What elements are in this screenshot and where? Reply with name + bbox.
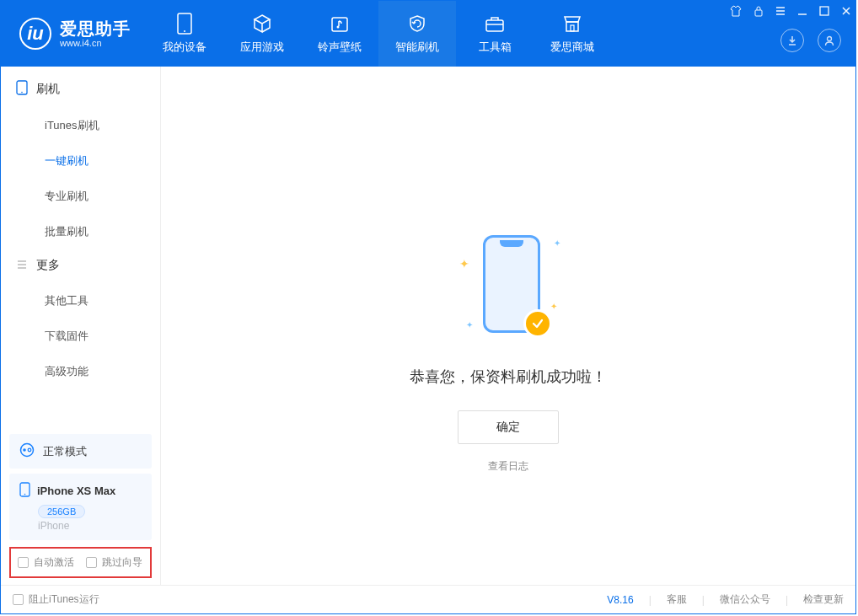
sidebar-item-other-tools[interactable]: 其他工具 xyxy=(45,283,160,319)
sidebar-section-flash: 刷机 xyxy=(1,67,160,108)
nav-label: 我的设备 xyxy=(163,40,206,55)
device-name: iPhone XS Max xyxy=(37,485,115,497)
ok-button[interactable]: 确定 xyxy=(458,410,559,444)
download-icon[interactable] xyxy=(780,29,804,52)
sidebar-item-oneclick-flash[interactable]: 一键刷机 xyxy=(45,143,160,179)
header: iu 爱思助手 www.i4.cn 我的设备 应用游戏 xyxy=(1,1,855,67)
checkbox-label: 跳过向导 xyxy=(102,555,142,570)
svg-rect-8 xyxy=(820,7,829,15)
svg-rect-2 xyxy=(332,18,347,31)
customer-service-link[interactable]: 客服 xyxy=(667,592,687,607)
sidebar-section-more: 更多 xyxy=(1,249,160,283)
svg-point-16 xyxy=(24,494,26,495)
sidebar-item-itunes-flash[interactable]: iTunes刷机 xyxy=(45,108,160,143)
main-content: ✦ ✦ ✦ ✦ 恭喜您，保资料刷机成功啦！ 确定 查看日志 xyxy=(161,67,855,585)
user-icon[interactable] xyxy=(818,29,841,52)
svg-rect-6 xyxy=(571,25,574,31)
svg-point-11 xyxy=(21,92,23,94)
sparkle-icon: ✦ xyxy=(550,302,557,311)
close-button[interactable] xyxy=(841,6,851,16)
brand: iu 爱思助手 www.i4.cn xyxy=(1,1,146,67)
mode-icon xyxy=(19,442,35,460)
device-card[interactable]: iPhone XS Max 256GB iPhone xyxy=(9,474,152,540)
check-badge-icon xyxy=(523,309,552,338)
block-itunes-checkbox[interactable]: 阻止iTunes运行 xyxy=(13,592,99,607)
shirt-icon[interactable] xyxy=(730,5,742,17)
sidebar-item-pro-flash[interactable]: 专业刷机 xyxy=(45,179,160,214)
mode-card[interactable]: 正常模式 xyxy=(9,434,152,469)
nav-my-device[interactable]: 我的设备 xyxy=(146,1,223,67)
cube-icon xyxy=(251,13,273,35)
device-type: iPhone xyxy=(38,520,142,532)
sidebar-item-batch-flash[interactable]: 批量刷机 xyxy=(45,214,160,249)
device-storage: 256GB xyxy=(38,505,85,518)
checkbox-label: 阻止iTunes运行 xyxy=(29,592,99,607)
toolbox-icon xyxy=(484,13,506,35)
svg-point-1 xyxy=(184,30,185,32)
svg-point-9 xyxy=(828,37,832,41)
nav-label: 工具箱 xyxy=(479,40,512,55)
lock-icon[interactable] xyxy=(753,5,764,17)
device-phone-icon xyxy=(19,482,30,500)
nav-label: 应用游戏 xyxy=(240,40,284,55)
svg-rect-4 xyxy=(486,20,503,31)
nav-toolbox[interactable]: 工具箱 xyxy=(456,1,534,67)
sparkle-icon: ✦ xyxy=(554,238,560,248)
wechat-link[interactable]: 微信公众号 xyxy=(720,592,770,607)
nav-smart-flash[interactable]: 智能刷机 xyxy=(378,1,456,67)
auto-activate-checkbox[interactable]: 自动激活 xyxy=(18,555,74,570)
refresh-shield-icon xyxy=(406,13,428,35)
version-label: V8.16 xyxy=(607,594,633,606)
nav-apps-games[interactable]: 应用游戏 xyxy=(223,1,301,67)
skip-guide-checkbox[interactable]: 跳过向导 xyxy=(86,555,142,570)
svg-point-14 xyxy=(28,448,31,452)
checkbox-icon xyxy=(18,557,29,568)
mode-label: 正常模式 xyxy=(43,444,87,459)
checkbox-icon xyxy=(13,594,24,605)
footer: 阻止iTunes运行 V8.16 | 客服 | 微信公众号 | 检查更新 xyxy=(1,585,855,613)
brand-logo-icon: iu xyxy=(19,18,51,50)
nav-ringtones-wallpapers[interactable]: 铃声壁纸 xyxy=(301,1,378,67)
sidebar-item-advanced[interactable]: 高级功能 xyxy=(45,354,160,389)
menu-icon[interactable] xyxy=(775,6,786,16)
header-right-icons xyxy=(780,29,841,52)
store-icon xyxy=(561,13,583,35)
maximize-button[interactable] xyxy=(819,6,829,16)
brand-name: 爱思助手 xyxy=(60,19,131,38)
svg-point-3 xyxy=(337,26,340,29)
nav-label: 铃声壁纸 xyxy=(318,40,362,55)
music-folder-icon xyxy=(329,13,351,35)
device-icon xyxy=(16,80,28,98)
phone-icon xyxy=(174,13,196,35)
sparkle-icon: ✦ xyxy=(459,257,469,271)
svg-rect-7 xyxy=(755,10,762,16)
minimize-button[interactable] xyxy=(797,6,807,16)
section-title: 刷机 xyxy=(36,82,60,97)
window-controls xyxy=(730,5,851,17)
nav-store[interactable]: 爱思商城 xyxy=(534,1,611,67)
view-log-link[interactable]: 查看日志 xyxy=(488,459,528,474)
check-update-link[interactable]: 检查更新 xyxy=(803,592,844,607)
sparkle-icon: ✦ xyxy=(466,320,473,329)
success-illustration: ✦ ✦ ✦ ✦ xyxy=(458,235,559,345)
section-title: 更多 xyxy=(36,258,60,273)
nav-label: 爱思商城 xyxy=(550,40,594,55)
svg-rect-5 xyxy=(566,22,578,31)
checkbox-icon xyxy=(86,557,97,568)
success-message: 恭喜您，保资料刷机成功啦！ xyxy=(410,367,607,387)
svg-point-13 xyxy=(23,448,26,452)
checkbox-label: 自动激活 xyxy=(34,555,74,570)
list-icon xyxy=(16,259,28,273)
sidebar: 刷机 iTunes刷机 一键刷机 专业刷机 批量刷机 更多 其他工具 下载固件 … xyxy=(1,67,161,585)
options-highlight-box: 自动激活 跳过向导 xyxy=(9,547,152,578)
nav-label: 智能刷机 xyxy=(395,40,439,55)
brand-url: www.i4.cn xyxy=(60,38,131,48)
sidebar-item-download-firmware[interactable]: 下载固件 xyxy=(45,319,160,354)
